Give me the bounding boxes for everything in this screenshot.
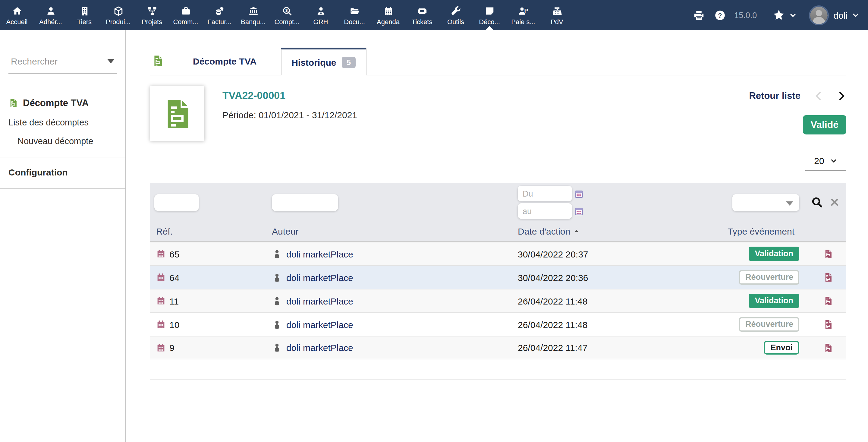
tab-historique-count-badge: 5 xyxy=(342,57,355,68)
column-header-auteur[interactable]: Auteur xyxy=(270,226,518,236)
table-row[interactable]: 65 doli marketPlace 30/04/2022 20:37 Val… xyxy=(150,242,846,265)
calendar-icon xyxy=(156,343,166,352)
nav-item-label: Produi... xyxy=(106,18,130,25)
nav-item-wrench[interactable]: Outils xyxy=(439,0,472,30)
nav-item-folder[interactable]: Docu... xyxy=(338,0,371,30)
search-input[interactable] xyxy=(10,56,100,67)
event-type-badge: Envoi xyxy=(764,341,799,355)
sidebar-item-configuration[interactable]: Configuration xyxy=(8,167,117,177)
tva-file-icon xyxy=(8,98,18,108)
column-header-date-action[interactable]: Date d'action xyxy=(518,226,662,236)
document-icon[interactable] xyxy=(824,272,833,282)
page-size-chevron-down-icon xyxy=(830,157,838,164)
tab-historique-label: Historique xyxy=(291,50,336,76)
object-photo-tile xyxy=(150,86,204,141)
nav-item-cube[interactable]: Produi... xyxy=(101,0,135,30)
author-link[interactable]: doli marketPlace xyxy=(286,343,353,353)
filter-event-type-select[interactable] xyxy=(733,194,799,211)
clear-filters-icon[interactable] xyxy=(830,198,839,207)
tab-historique[interactable]: Historique 5 xyxy=(281,48,367,76)
author-link[interactable]: doli marketPlace xyxy=(286,296,353,306)
document-icon[interactable] xyxy=(824,249,833,259)
next-record-icon[interactable] xyxy=(837,91,846,101)
nav-item-briefcase[interactable]: Comm... xyxy=(169,0,203,30)
table-row[interactable]: 11 doli marketPlace 26/04/2022 11:48 Val… xyxy=(150,289,846,312)
nav-item-home[interactable]: Accueil xyxy=(0,0,34,30)
author-cell: doli marketPlace xyxy=(270,343,518,353)
nav-item-searchdollar[interactable]: Compt... xyxy=(270,0,304,30)
filter-date-to-input[interactable] xyxy=(518,203,572,219)
nav-item-userp[interactable]: Paie s... xyxy=(506,0,540,30)
document-icon[interactable] xyxy=(824,320,833,329)
datepicker-to-icon[interactable] xyxy=(575,207,584,215)
nav-item-icon xyxy=(451,6,461,16)
column-header-ref[interactable]: Réf. xyxy=(150,226,270,236)
printer-icon[interactable] xyxy=(693,9,705,21)
filter-date-from-input[interactable] xyxy=(518,186,572,201)
document-icon[interactable] xyxy=(824,296,833,306)
user-silhouette-icon xyxy=(272,296,282,306)
nav-item-icon xyxy=(214,6,224,16)
nav-item-icon xyxy=(45,6,56,16)
calendar-icon xyxy=(156,249,166,259)
nav-item-note[interactable]: Déco... xyxy=(472,0,506,30)
tab-decompte-tva[interactable]: Décompte TVA xyxy=(175,48,275,75)
user-chevron-down-icon[interactable] xyxy=(852,11,860,19)
nav-item-bank[interactable]: Banqu... xyxy=(236,0,270,30)
help-icon[interactable] xyxy=(714,9,726,21)
doc-cell xyxy=(810,272,846,282)
search-icon[interactable] xyxy=(811,197,823,208)
user-silhouette-icon xyxy=(272,272,282,283)
document-icon[interactable] xyxy=(824,343,833,352)
ref-cell: 11 xyxy=(150,296,270,306)
user-avatar[interactable] xyxy=(809,5,829,25)
filter-author-input[interactable] xyxy=(272,194,338,211)
table-row[interactable]: 64 doli marketPlace 30/04/2022 20:36 Réo… xyxy=(150,265,846,289)
filter-date-cell xyxy=(518,186,662,219)
nav-item-label: Accueil xyxy=(6,18,28,25)
column-header-type-evenement[interactable]: Type événement xyxy=(662,226,810,236)
filter-ref-input[interactable] xyxy=(154,194,199,211)
nav-item-calendar[interactable]: Agenda xyxy=(371,0,405,30)
nav-item-coins[interactable]: Factur... xyxy=(203,0,236,30)
calendar-icon xyxy=(156,320,166,329)
nav-item-label: Paie s... xyxy=(511,18,535,25)
nav-item-ticket[interactable]: Tickets xyxy=(405,0,439,30)
page-size-select[interactable]: 20 xyxy=(805,154,846,171)
search-dropdown-caret-icon[interactable] xyxy=(107,59,115,63)
object-ref[interactable]: TVA22-00001 xyxy=(222,90,357,102)
nav-item-register[interactable]: PdV xyxy=(540,0,574,30)
nav-item-label: GRH xyxy=(313,18,328,25)
calendar-icon xyxy=(156,296,166,306)
author-link[interactable]: doli marketPlace xyxy=(286,319,353,329)
nav-item-building[interactable]: Tiers xyxy=(67,0,101,30)
sidebar-item-nouveau-decompte[interactable]: Nouveau décompte xyxy=(8,136,117,146)
nav-item-label: Projets xyxy=(142,18,162,25)
author-cell: doli marketPlace xyxy=(270,319,518,329)
nav-item-label: Factur... xyxy=(207,18,231,25)
table-body: 65 doli marketPlace 30/04/2022 20:37 Val… xyxy=(150,242,846,359)
nav-item-project[interactable]: Projets xyxy=(135,0,169,30)
bookmark-star-icon[interactable] xyxy=(772,9,784,21)
nav-item-usertie[interactable]: GRH xyxy=(304,0,338,30)
event-type-badge: Validation xyxy=(749,294,799,308)
sidebar-module-section: Décompte TVA Liste des décomptes Nouveau… xyxy=(8,98,117,146)
sort-asc-icon[interactable] xyxy=(573,228,580,235)
author-link[interactable]: doli marketPlace xyxy=(286,272,353,283)
bookmark-chevron-down-icon[interactable] xyxy=(789,11,797,19)
page-size-value: 20 xyxy=(814,155,824,166)
sidebar-item-liste-des-decomptes[interactable]: Liste des décomptes xyxy=(8,118,117,127)
column-header-date-label: Date d'action xyxy=(518,226,570,236)
datepicker-from-icon[interactable] xyxy=(575,189,584,198)
author-cell: doli marketPlace xyxy=(270,296,518,306)
nav-item-icon xyxy=(349,6,360,16)
nav-menu: Accueil Adhér... Tiers Produi... Projets… xyxy=(0,0,574,30)
table-row[interactable]: 10 doli marketPlace 26/04/2022 11:48 Réo… xyxy=(150,312,846,336)
author-link[interactable]: doli marketPlace xyxy=(286,249,353,259)
back-to-list-link[interactable]: Retour liste xyxy=(749,90,801,101)
ref-cell: 9 xyxy=(150,343,270,353)
ref-value: 65 xyxy=(169,249,179,259)
nav-item-member[interactable]: Adhér... xyxy=(34,0,67,30)
table-row[interactable]: 9 doli marketPlace 26/04/2022 11:47 Envo… xyxy=(150,336,846,359)
nav-item-icon xyxy=(12,6,22,16)
